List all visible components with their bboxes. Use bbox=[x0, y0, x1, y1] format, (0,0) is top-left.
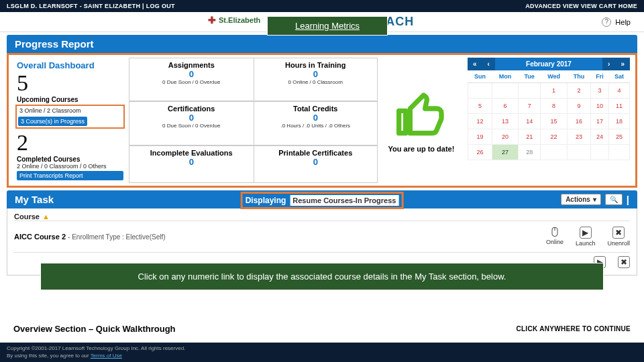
cal-dow: Tue bbox=[519, 70, 541, 83]
action-launch[interactable]: ▶ Launch bbox=[576, 227, 596, 247]
cal-day[interactable]: 15 bbox=[541, 114, 567, 129]
overall-title: Overall Dashboard bbox=[17, 60, 123, 70]
thumbs-up-icon bbox=[394, 88, 448, 142]
cal-day[interactable]: 6 bbox=[492, 99, 519, 114]
cal-day[interactable]: 13 bbox=[492, 114, 519, 129]
search-task-button[interactable]: 🔍 bbox=[605, 194, 623, 205]
callout-learning-metrics: Learning Metrics bbox=[267, 16, 388, 36]
cal-day[interactable]: 7 bbox=[519, 99, 541, 114]
cal-day[interactable]: 5 bbox=[468, 99, 492, 114]
cal-prev[interactable]: ‹ bbox=[482, 58, 495, 70]
tutorial-title: Overview Section – Quick Walkthrough bbox=[13, 324, 176, 334]
help-link[interactable]: Help bbox=[615, 18, 631, 26]
cal-title: February 2017 bbox=[495, 58, 602, 70]
metric-printable-certs[interactable]: Printable Certificates 0 bbox=[254, 145, 378, 183]
cal-day[interactable]: 22 bbox=[541, 129, 567, 145]
cal-day[interactable]: 21 bbox=[519, 129, 541, 145]
cross-icon: ✚ bbox=[208, 15, 216, 25]
cal-day bbox=[541, 145, 567, 160]
displaying-box: Displaying Resume Courses-In Progress bbox=[241, 192, 404, 209]
metric-num[interactable]: 0 bbox=[133, 157, 250, 167]
actions-button[interactable]: Actions▾ bbox=[561, 194, 601, 205]
cal-day[interactable]: 24 bbox=[591, 129, 609, 145]
completed-count[interactable]: 2 bbox=[17, 130, 123, 156]
terms-prefix: By using this site, you agree to our bbox=[7, 353, 91, 359]
cal-day[interactable]: 17 bbox=[591, 114, 609, 129]
cal-day[interactable]: 9 bbox=[567, 99, 590, 114]
cal-dow: Fri bbox=[591, 70, 609, 83]
metric-num[interactable]: 0 bbox=[258, 113, 374, 123]
uptodate-panel: You are up to date! bbox=[378, 58, 465, 183]
metric-num[interactable]: 0 bbox=[133, 69, 250, 79]
cal-day bbox=[567, 145, 590, 160]
metric-hours[interactable]: Hours in Training 0 0 Online / 0 Classro… bbox=[254, 58, 378, 101]
action-online[interactable]: Online bbox=[546, 227, 564, 247]
metric-sub: .0 Hours / .0 Units / .0 Others bbox=[258, 123, 374, 129]
cal-day bbox=[468, 83, 492, 99]
cal-day[interactable]: 11 bbox=[608, 99, 629, 114]
cal-day[interactable]: 26 bbox=[468, 145, 492, 160]
course-column-header[interactable]: Course bbox=[14, 213, 40, 221]
displaying-value[interactable]: Resume Courses-In Progress bbox=[290, 195, 398, 206]
sort-asc-icon[interactable]: ▲ bbox=[42, 213, 50, 221]
cal-next[interactable]: › bbox=[602, 58, 615, 70]
metric-title: Hours in Training bbox=[258, 61, 374, 69]
metric-title: Printable Certificates bbox=[258, 149, 374, 157]
help-icon[interactable]: ? bbox=[602, 17, 611, 27]
cal-day[interactable]: 18 bbox=[608, 114, 629, 129]
brand-logo: ✚ St.Elizabeth bbox=[208, 15, 260, 25]
cal-day[interactable]: 3 bbox=[591, 83, 609, 99]
cal-first[interactable]: « bbox=[468, 58, 482, 70]
action-label: Unenroll bbox=[607, 240, 630, 247]
metric-certifications[interactable]: Certifications 0 0 Due Soon / 0 Overdue bbox=[129, 101, 254, 145]
top-right-links[interactable]: ADVANCED VIEW VIEW CART HOME bbox=[525, 3, 637, 9]
action-unenroll[interactable]: ✖ bbox=[618, 256, 630, 268]
cal-day[interactable]: 10 bbox=[591, 99, 609, 114]
calendar: « ‹ February 2017 › » SunMonTueWedThuFri… bbox=[465, 58, 633, 183]
table-row[interactable]: AICC Course 2 - Enrollment Type : Electi… bbox=[14, 221, 630, 252]
metric-incomplete-eval[interactable]: Incomplete Evaluations 0 bbox=[129, 145, 254, 183]
metric-num[interactable]: 0 bbox=[258, 69, 374, 79]
top-left-links[interactable]: LSGLM D. LEARNSOFT - SAINT ELIZABETH | L… bbox=[7, 3, 175, 9]
upcoming-label: Upcoming Courses bbox=[17, 96, 123, 103]
completed-breakdown: 2 Online / 0 Classroom / 0 Others bbox=[17, 163, 123, 170]
terms-link[interactable]: Terms of Use bbox=[91, 353, 122, 359]
cal-day[interactable]: 25 bbox=[608, 129, 629, 145]
upcoming-count[interactable]: 5 bbox=[17, 70, 123, 96]
metric-sub: 0 Due Soon / 0 Overdue bbox=[133, 79, 250, 85]
displaying-label: Displaying bbox=[246, 196, 286, 205]
course-title: AICC Course 2 bbox=[14, 233, 66, 241]
cal-day[interactable]: 27 bbox=[492, 145, 519, 160]
in-progress-pill[interactable]: 3 Course(s) in Progress bbox=[18, 117, 87, 126]
cal-day[interactable]: 2 bbox=[567, 83, 590, 99]
metric-title: Incomplete Evaluations bbox=[133, 149, 250, 157]
cal-day[interactable]: 28 bbox=[519, 145, 541, 160]
cal-day[interactable]: 16 bbox=[567, 114, 590, 129]
cal-dow: Thu bbox=[567, 70, 590, 83]
cal-day[interactable]: 8 bbox=[541, 99, 567, 114]
cal-day[interactable]: 14 bbox=[519, 114, 541, 129]
cal-day[interactable]: 20 bbox=[492, 129, 519, 145]
cal-dow: Wed bbox=[541, 70, 567, 83]
cal-last[interactable]: » bbox=[615, 58, 630, 70]
cal-dow: Mon bbox=[492, 70, 519, 83]
progress-report-band: Progress Report bbox=[7, 35, 637, 53]
metric-credits[interactable]: Total Credits 0 .0 Hours / .0 Units / .0… bbox=[254, 101, 378, 145]
brand-text: St.Elizabeth bbox=[219, 16, 260, 24]
metric-sub: 0 Due Soon / 0 Overdue bbox=[133, 123, 250, 129]
cal-day[interactable]: 1 bbox=[541, 83, 567, 99]
action-unenroll[interactable]: ✖ Unenroll bbox=[607, 227, 630, 247]
cal-dow: Sat bbox=[608, 70, 629, 83]
metric-num[interactable]: 0 bbox=[133, 113, 250, 123]
print-transcripts-pill[interactable]: Print Transcripts Report bbox=[17, 171, 123, 180]
course-meta: - Enrollment Type : Elective(Self) bbox=[68, 233, 165, 241]
unenroll-icon: ✖ bbox=[618, 256, 630, 268]
cal-day[interactable]: 4 bbox=[608, 83, 629, 99]
cal-day[interactable]: 23 bbox=[567, 129, 590, 145]
cal-day bbox=[608, 145, 629, 160]
cal-day[interactable]: 19 bbox=[468, 129, 492, 145]
metric-num[interactable]: 0 bbox=[258, 157, 374, 167]
metric-assignments[interactable]: Assignments 0 0 Due Soon / 0 Overdue bbox=[129, 58, 254, 101]
cal-day[interactable]: 12 bbox=[468, 114, 492, 129]
tutorial-footer[interactable]: Overview Section – Quick Walkthrough CLI… bbox=[0, 317, 644, 341]
